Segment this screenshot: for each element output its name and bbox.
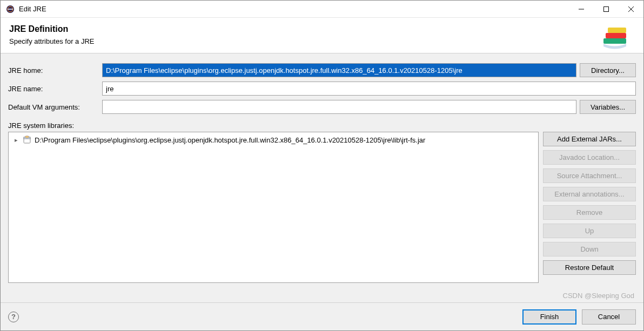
- source-attachment-button: Source Attachment...: [543, 168, 636, 183]
- svg-rect-8: [25, 136, 29, 138]
- finish-button[interactable]: Finish: [522, 309, 576, 325]
- svg-rect-3: [603, 38, 626, 44]
- maximize-button[interactable]: [594, 1, 619, 18]
- tree-item-label: D:\Program Files\eclipse\plugins\org.ecl…: [35, 136, 425, 144]
- eclipse-icon: [6, 5, 15, 13]
- up-button: Up: [543, 224, 636, 238]
- dialog-header: JRE Definition Specify attributes for a …: [1, 18, 643, 53]
- tree-expander-icon[interactable]: ▸: [13, 137, 19, 144]
- dialog-buttonbar: ? Finish Cancel: [1, 302, 643, 330]
- cancel-button[interactable]: Cancel: [582, 309, 636, 325]
- row-vm-args: Default VM arguments: Variables...: [8, 100, 636, 114]
- variables-button[interactable]: Variables...: [580, 100, 636, 114]
- directory-button[interactable]: Directory...: [580, 63, 636, 77]
- remove-button: Remove: [543, 205, 636, 220]
- row-jre-name: JRE name:: [8, 82, 636, 96]
- jre-name-input[interactable]: [102, 82, 636, 96]
- page-subtitle: Specify attributes for a JRE: [9, 37, 635, 45]
- libraries-row: ▸ D:\Program Files\eclipse\plugins\org.e…: [8, 132, 636, 295]
- titlebar: Edit JRE: [1, 1, 643, 18]
- help-icon[interactable]: ?: [8, 312, 19, 322]
- libraries-buttons: Add External JARs... Javadoc Location...…: [543, 132, 636, 295]
- vm-args-input[interactable]: [102, 100, 576, 114]
- javadoc-location-button: Javadoc Location...: [543, 150, 636, 165]
- jre-name-label: JRE name:: [8, 85, 99, 93]
- row-jre-home: JRE home: Directory...: [8, 63, 636, 77]
- vm-args-label: Default VM arguments:: [8, 103, 99, 111]
- system-libraries-label: JRE system libraries:: [8, 121, 636, 130]
- add-external-jars-button[interactable]: Add External JARs...: [543, 132, 636, 146]
- jar-icon: [23, 136, 31, 144]
- page-title: JRE Definition: [9, 24, 635, 34]
- down-button: Down: [543, 242, 636, 256]
- restore-default-button[interactable]: Restore Default: [543, 260, 636, 275]
- dialog-window: Edit JRE JRE Definition Specify attribut…: [0, 0, 644, 331]
- jre-home-label: JRE home:: [8, 66, 99, 75]
- svg-rect-5: [608, 28, 626, 33]
- libraries-tree[interactable]: ▸ D:\Program Files\eclipse\plugins\org.e…: [8, 132, 539, 283]
- minimize-button[interactable]: [569, 1, 594, 18]
- close-button[interactable]: [619, 1, 643, 18]
- tree-item[interactable]: ▸ D:\Program Files\eclipse\plugins\org.e…: [9, 134, 538, 145]
- svg-rect-2: [604, 6, 609, 11]
- jre-home-input[interactable]: [102, 63, 576, 77]
- form-area: JRE home: Directory... JRE name: Default…: [1, 53, 643, 302]
- svg-rect-4: [606, 33, 626, 38]
- external-annotations-button: External annotations...: [543, 187, 636, 201]
- window-title: Edit JRE: [19, 5, 569, 13]
- jre-books-icon: [599, 26, 632, 49]
